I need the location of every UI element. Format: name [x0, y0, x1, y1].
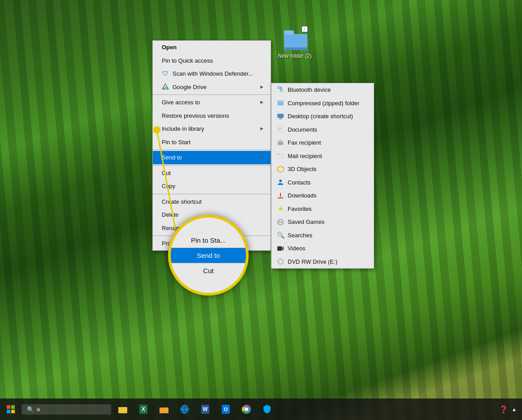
menu-item-open[interactable]: Open [153, 41, 271, 54]
menu-item-pin-quick-access-label: Pin to Quick access [162, 56, 213, 65]
submenu-documents-label: Documents [288, 125, 317, 134]
zip-icon [277, 99, 284, 107]
taskbar-icon-files[interactable] [154, 399, 174, 419]
svg-text:W: W [203, 406, 208, 412]
menu-item-restore-versions[interactable]: Restore previous versions [153, 109, 271, 123]
menu-item-google-drive-label: Google Drive [173, 83, 207, 92]
saved-games-inner: Saved Games [277, 218, 324, 227]
videos-inner: Videos [277, 244, 306, 253]
submenu-item-contacts[interactable]: Contacts [272, 176, 374, 189]
submenu-item-3d-objects[interactable]: 3D Objects [272, 163, 374, 176]
submenu-downloads-label: Downloads [288, 191, 316, 200]
taskbar-icon-word[interactable]: W [195, 399, 215, 419]
menu-item-pin-quick-access[interactable]: Pin to Quick access [153, 54, 271, 68]
svg-text:O: O [224, 407, 228, 412]
desktop-shortcut-icon [277, 113, 284, 120]
separator-1 [153, 94, 271, 95]
svg-rect-2 [284, 34, 307, 47]
menu-item-pin-start[interactable]: Pin to Start [153, 136, 271, 149]
submenu-compressed-label: Compressed (zipped) folder [288, 99, 359, 108]
svg-marker-19 [277, 166, 284, 172]
submenu-item-saved-games[interactable]: Saved Games [272, 215, 374, 229]
submenu-searches-label: Searches [288, 231, 312, 240]
taskbar-icon-outlook[interactable]: O [216, 399, 236, 419]
submenu-item-searches[interactable]: 🔍 Searches [272, 229, 374, 242]
folder-svg-icon [284, 30, 307, 50]
start-button[interactable] [0, 399, 22, 420]
svg-rect-11 [279, 119, 282, 120]
menu-item-pin-start-label: Pin to Start [162, 138, 190, 147]
menu-item-include-library-label: Include in library [162, 124, 204, 133]
submenu-item-documents[interactable]: Documents [272, 123, 374, 137]
searches-icon: 🔍 [277, 231, 284, 239]
videos-icon [277, 245, 284, 252]
downloads-inner: Downloads [277, 191, 316, 200]
compressed-inner: Compressed (zipped) folder [277, 99, 359, 108]
menu-item-google-drive[interactable]: Google Drive [153, 81, 271, 94]
mail-inner: Mail recipient [277, 152, 322, 161]
svg-point-25 [279, 221, 280, 223]
taskbar-help-icon[interactable]: ❓ [499, 405, 508, 414]
magnifier-content: Pin to Sta... Send to Cut [171, 218, 246, 293]
submenu-item-downloads[interactable]: Downloads [272, 189, 374, 202]
submenu-item-compressed[interactable]: Compressed (zipped) folder [272, 97, 374, 110]
taskbar-icon-chrome[interactable] [237, 399, 256, 419]
searches-inner: 🔍 Searches [277, 231, 312, 240]
submenu-item-favorites[interactable]: ★ Favorites [272, 202, 374, 216]
taskbar-arrow-icon[interactable]: ▲ [512, 407, 517, 412]
magnifier-cut: Cut [171, 263, 246, 278]
svg-rect-37 [118, 407, 127, 413]
saved-games-icon [277, 219, 284, 226]
taskbar-right-area: ❓ ▲ [499, 405, 522, 414]
shield-icon: 🛡 [162, 70, 169, 77]
svg-text:X: X [142, 406, 145, 412]
send-to-submenu: ⮷ Bluetooth device Compressed (zipped) f… [271, 83, 374, 269]
submenu-item-fax[interactable]: Fax recipient [272, 136, 374, 150]
magnifier-circle: Pin to Sta... Send to Cut [168, 215, 249, 296]
taskbar-icon-file-explorer[interactable] [113, 399, 133, 419]
submenu-item-desktop[interactable]: Desktop (create shortcut) [272, 110, 374, 123]
bluetooth-icon: ⮷ [277, 86, 284, 94]
svg-rect-27 [277, 246, 282, 251]
taskbar-icon-browser3[interactable] [175, 399, 194, 419]
submenu-fax-label: Fax recipient [288, 138, 321, 147]
svg-point-30 [280, 261, 281, 262]
menu-item-scan-defender[interactable]: 🛡 Scan with Windows Defender... [153, 67, 271, 81]
windows-logo-icon [7, 405, 15, 413]
menu-item-create-shortcut-label: Create shortcut [162, 197, 202, 206]
menu-item-copy[interactable]: Copy [153, 180, 271, 193]
submenu-item-bluetooth[interactable]: ⮷ Bluetooth device [272, 83, 374, 97]
svg-marker-28 [282, 246, 284, 251]
menu-item-give-access-label: Give access to [162, 98, 200, 107]
separator-3 [153, 165, 271, 166]
favorites-icon: ★ [277, 205, 284, 212]
fax-inner: Fax recipient [277, 138, 321, 147]
menu-item-include-library[interactable]: Include in library [153, 122, 271, 136]
3d-objects-inner: 3D Objects [277, 165, 316, 174]
dvd-icon [277, 258, 284, 265]
submenu-videos-label: Videos [288, 244, 306, 253]
menu-item-cut-label: Cut [162, 169, 171, 178]
submenu-contacts-label: Contacts [288, 178, 311, 187]
documents-inner: Documents [277, 125, 317, 134]
svg-rect-9 [277, 114, 284, 118]
menu-item-give-access[interactable]: Give access to [153, 96, 271, 109]
menu-item-cut[interactable]: Cut [153, 167, 271, 180]
google-drive-inner: Google Drive [162, 83, 207, 92]
menu-item-create-shortcut[interactable]: Create shortcut [153, 195, 271, 209]
magnifier-send-to: Send to [171, 248, 246, 263]
contacts-icon [277, 179, 284, 186]
folder-icon-container: ✓ [284, 30, 306, 52]
submenu-mail-label: Mail recipient [288, 152, 322, 161]
menu-item-send-to[interactable]: Send to [153, 151, 271, 164]
submenu-item-mail[interactable]: Mail recipient [272, 150, 374, 163]
taskbar-search[interactable]: 🔍 a [22, 404, 111, 415]
bluetooth-inner: ⮷ Bluetooth device [277, 86, 331, 94]
submenu-item-dvd-drive[interactable]: DVD RW Drive (E:) [272, 255, 374, 269]
desktop-icon-new-folder[interactable]: ✓ New folder (2) [277, 30, 313, 60]
taskbar-icon-excel[interactable]: X [134, 399, 153, 419]
submenu-desktop-label: Desktop (create shortcut) [288, 112, 353, 121]
taskbar-icon-security[interactable] [257, 399, 277, 419]
submenu-item-videos[interactable]: Videos [272, 242, 374, 255]
dvd-inner: DVD RW Drive (E:) [277, 257, 337, 266]
